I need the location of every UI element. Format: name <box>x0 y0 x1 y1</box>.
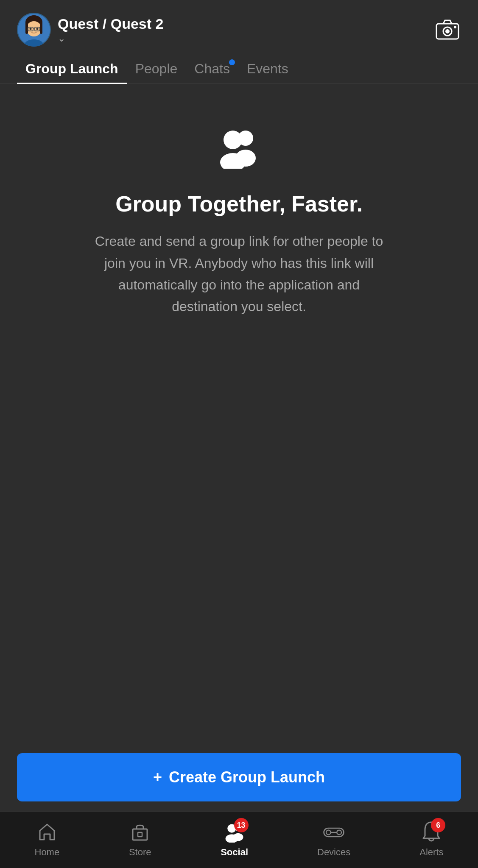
svg-point-28 <box>326 830 331 835</box>
header-title-block: Quest / Quest 2 ⌄ <box>58 15 163 45</box>
home-icon-wrapper <box>36 821 59 843</box>
social-badge: 13 <box>234 818 249 832</box>
header-dropdown[interactable]: ⌄ <box>58 33 163 44</box>
store-icon-wrapper <box>129 821 151 843</box>
header: Quest / Quest 2 ⌄ <box>0 0 478 51</box>
home-icon <box>36 821 59 843</box>
camera-button[interactable] <box>434 16 461 43</box>
svg-rect-21 <box>133 829 147 840</box>
create-button-label: Create Group Launch <box>169 768 325 786</box>
svg-point-15 <box>445 29 450 33</box>
camera-icon <box>436 19 459 40</box>
devices-icon <box>322 821 345 843</box>
tab-group-launch[interactable]: Group Launch <box>17 54 127 83</box>
avatar[interactable] <box>17 13 51 47</box>
devices-icon-wrapper <box>322 821 345 843</box>
svg-point-11 <box>36 28 39 30</box>
create-group-launch-button[interactable]: + Create Group Launch <box>17 753 461 801</box>
tab-chats[interactable]: Chats <box>186 54 238 83</box>
nav-item-home[interactable]: Home <box>35 821 60 858</box>
create-button-container: + Create Group Launch <box>0 743 478 812</box>
group-icon <box>214 126 265 170</box>
header-left: Quest / Quest 2 ⌄ <box>17 13 163 47</box>
alerts-label: Alerts <box>419 847 443 858</box>
chats-notification-dot <box>229 59 235 65</box>
devices-label: Devices <box>317 847 350 858</box>
tab-events[interactable]: Events <box>238 54 297 83</box>
chevron-down-icon: ⌄ <box>58 33 65 44</box>
tab-people[interactable]: People <box>127 54 186 83</box>
svg-rect-22 <box>138 832 142 837</box>
svg-point-19 <box>224 131 242 149</box>
nav-item-store[interactable]: Store <box>129 821 151 858</box>
svg-point-29 <box>337 830 341 835</box>
svg-point-10 <box>30 28 32 30</box>
social-icon-wrapper: 13 <box>223 821 246 843</box>
nav-tabs: Group Launch People Chats Events <box>0 54 478 84</box>
plus-icon: + <box>153 768 162 786</box>
header-title: Quest / Quest 2 <box>58 15 163 33</box>
bottom-nav: Home Store <box>0 812 478 868</box>
home-label: Home <box>35 847 60 858</box>
store-label: Store <box>129 847 151 858</box>
alerts-badge: 6 <box>431 818 445 832</box>
nav-item-social[interactable]: 13 Social <box>221 821 248 858</box>
social-label: Social <box>221 847 248 858</box>
main-description: Create and send a group link for other p… <box>91 231 388 317</box>
store-icon <box>129 821 151 843</box>
svg-point-16 <box>454 26 456 28</box>
alerts-icon-wrapper: 6 <box>420 821 443 843</box>
main-heading: Group Together, Faster. <box>115 191 363 217</box>
nav-item-alerts[interactable]: 6 Alerts <box>419 821 443 858</box>
nav-item-devices[interactable]: Devices <box>317 821 350 858</box>
main-content: Group Together, Faster. Create and send … <box>0 84 478 743</box>
